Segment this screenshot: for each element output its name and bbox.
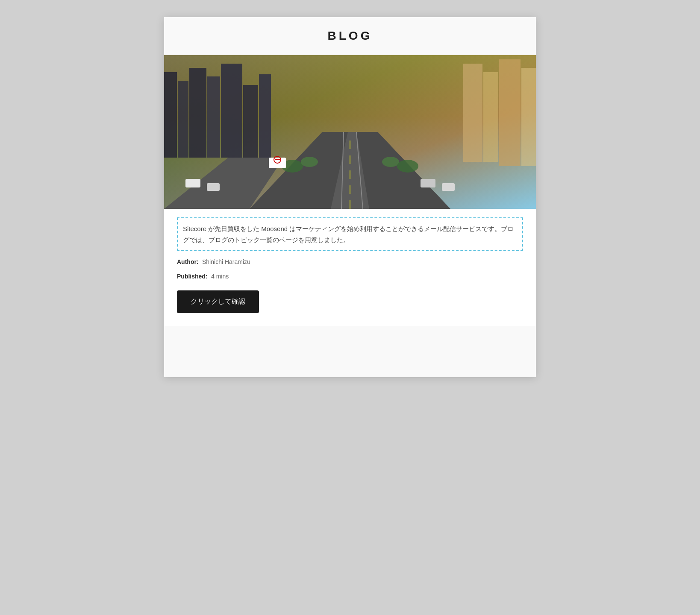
svg-rect-9 (463, 64, 482, 162)
svg-point-21 (301, 157, 318, 167)
cta-button[interactable]: クリックして確認 (177, 290, 259, 313)
svg-rect-29 (421, 179, 435, 187)
author-value: Shinichi Haramizu (202, 258, 250, 265)
svg-rect-7 (243, 85, 258, 158)
svg-rect-27 (185, 179, 200, 187)
svg-rect-6 (221, 64, 242, 158)
published-block: Published: 4 mins (177, 272, 523, 280)
svg-rect-8 (259, 74, 271, 158)
svg-rect-2 (164, 72, 177, 158)
svg-point-23 (397, 160, 418, 173)
bottom-section (164, 326, 536, 377)
main-text: Sitecore が先日買収をした Moosend はマーケティングを始め利用す… (183, 225, 514, 243)
main-text-block[interactable]: Sitecore が先日買収をした Moosend はマーケティングを始め利用す… (177, 217, 523, 251)
svg-rect-4 (189, 68, 206, 158)
svg-rect-12 (521, 68, 536, 166)
published-value: 4 mins (211, 273, 229, 280)
svg-rect-30 (442, 183, 455, 191)
svg-rect-11 (499, 59, 521, 166)
blog-title: BLOG (164, 29, 536, 43)
published-label: Published: (177, 273, 208, 280)
svg-point-22 (382, 157, 399, 167)
blog-header: BLOG (164, 17, 536, 55)
svg-rect-3 (178, 81, 188, 158)
svg-rect-5 (207, 76, 220, 158)
blog-image (164, 55, 536, 209)
author-block: Author: Shinichi Haramizu (177, 258, 523, 266)
content-area: Sitecore が先日買収をした Moosend はマーケティングを始め利用す… (164, 209, 536, 326)
svg-rect-28 (207, 183, 220, 191)
editor-container: BLOG (164, 17, 536, 377)
author-label: Author: (177, 258, 199, 265)
svg-rect-10 (483, 72, 498, 162)
